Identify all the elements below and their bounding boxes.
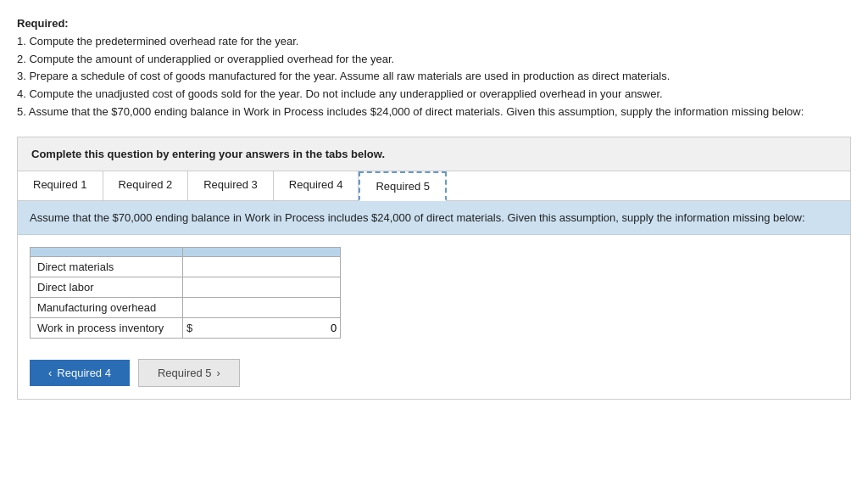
dollar-sign: $ (186, 322, 192, 334)
chevron-left-icon (48, 367, 52, 379)
tabs-row: Required 1 Required 2 Required 3 Require… (18, 171, 850, 201)
tab-required-2[interactable]: Required 2 (103, 171, 189, 200)
prev-button-label: Required 4 (57, 367, 111, 379)
table-row: Direct materials (31, 257, 341, 277)
data-table-wrapper: Direct materials Direct labor Manufactur… (18, 235, 850, 347)
row-input-work-in-process[interactable]: $ (183, 318, 341, 339)
chevron-right-icon (217, 367, 220, 379)
assumption-bar: Assume that the $70,000 ending balance i… (18, 201, 850, 236)
nav-buttons: Required 4 Required 5 (18, 347, 850, 399)
instruction-4: 4. Compute the unadjusted cost of goods … (17, 86, 851, 104)
row-label-mfg-overhead: Manufacturing overhead (31, 298, 183, 318)
assumption-text: Assume that the $70,000 ending balance i… (30, 211, 805, 224)
row-input-mfg-overhead[interactable] (183, 298, 341, 318)
instruction-5: 5. Assume that the $70,000 ending balanc… (17, 104, 851, 121)
input-mfg-overhead[interactable] (186, 301, 337, 314)
tab-required-5[interactable]: Required 5 (359, 171, 447, 201)
col-header-value (183, 248, 341, 257)
instruction-1: 1. Compute the predetermined overhead ra… (17, 33, 851, 51)
table-row: Direct labor (31, 277, 341, 298)
tab-required-3[interactable]: Required 3 (188, 171, 274, 200)
tabs-container: Required 1 Required 2 Required 3 Require… (17, 171, 851, 400)
col-header-label (31, 248, 183, 257)
prev-button[interactable]: Required 4 (30, 360, 130, 386)
instruction-2: 2. Compute the amount of underapplied or… (17, 51, 851, 69)
tab-required-1[interactable]: Required 1 (18, 171, 103, 200)
input-direct-materials[interactable] (186, 260, 337, 273)
tab-content-required-5: Assume that the $70,000 ending balance i… (18, 201, 850, 400)
data-table: Direct materials Direct labor Manufactur… (30, 247, 341, 339)
row-input-direct-materials[interactable] (183, 257, 341, 277)
next-button[interactable]: Required 5 (138, 359, 240, 387)
input-direct-labor[interactable] (186, 281, 337, 294)
table-row: Manufacturing overhead (31, 298, 341, 318)
row-label-work-in-process: Work in process inventory (31, 318, 183, 339)
tab-required-4[interactable]: Required 4 (274, 171, 359, 200)
instruction-3: 3. Prepare a schedule of cost of goods m… (17, 68, 851, 86)
row-input-direct-labor[interactable] (183, 277, 341, 298)
input-work-in-process[interactable] (194, 322, 337, 334)
question-box: Complete this question by entering your … (17, 137, 851, 171)
row-label-direct-materials: Direct materials (31, 257, 183, 277)
table-row: Work in process inventory $ (31, 318, 341, 339)
next-button-label: Required 5 (158, 367, 212, 379)
instructions-block: Required: 1. Compute the predetermined o… (17, 15, 851, 121)
instructions-heading: Required: (17, 17, 69, 30)
row-label-direct-labor: Direct labor (31, 277, 183, 298)
question-box-label: Complete this question by entering your … (31, 148, 837, 160)
